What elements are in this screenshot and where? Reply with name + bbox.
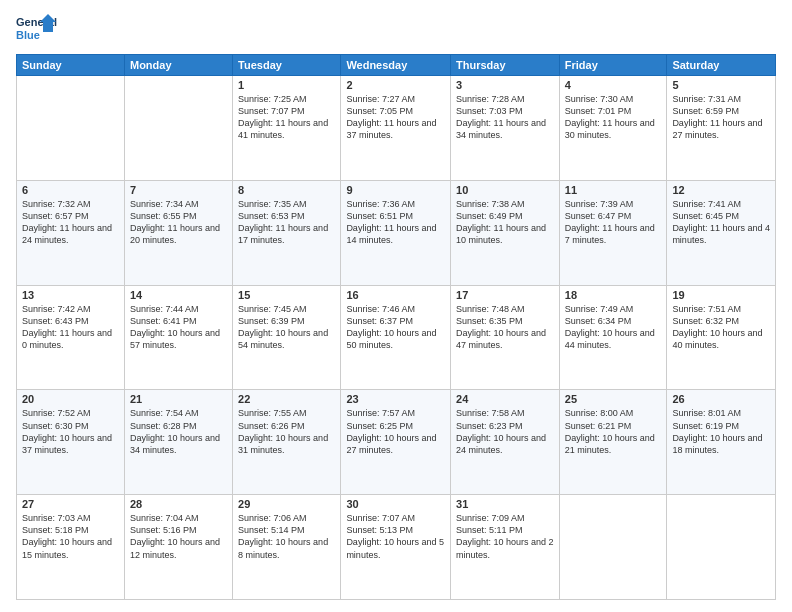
svg-text:Blue: Blue: [16, 29, 40, 41]
calendar-cell: 31Sunrise: 7:09 AM Sunset: 5:11 PM Dayli…: [451, 495, 560, 600]
day-number: 2: [346, 79, 445, 91]
calendar-cell: 5Sunrise: 7:31 AM Sunset: 6:59 PM Daylig…: [667, 76, 776, 181]
cell-content: Sunrise: 7:30 AM Sunset: 7:01 PM Dayligh…: [565, 93, 662, 142]
day-number: 3: [456, 79, 554, 91]
weekday-header: Sunday: [17, 55, 125, 76]
calendar-body: 1Sunrise: 7:25 AM Sunset: 7:07 PM Daylig…: [17, 76, 776, 600]
calendar-cell: 12Sunrise: 7:41 AM Sunset: 6:45 PM Dayli…: [667, 180, 776, 285]
calendar-cell: 28Sunrise: 7:04 AM Sunset: 5:16 PM Dayli…: [124, 495, 232, 600]
page: General Blue SundayMondayTuesdayWednesda…: [0, 0, 792, 612]
logo: General Blue: [16, 12, 58, 48]
cell-content: Sunrise: 7:48 AM Sunset: 6:35 PM Dayligh…: [456, 303, 554, 352]
cell-content: Sunrise: 7:04 AM Sunset: 5:16 PM Dayligh…: [130, 512, 227, 561]
calendar-cell: [559, 495, 667, 600]
cell-content: Sunrise: 7:03 AM Sunset: 5:18 PM Dayligh…: [22, 512, 119, 561]
calendar-cell: [667, 495, 776, 600]
day-number: 21: [130, 393, 227, 405]
day-number: 24: [456, 393, 554, 405]
calendar-week-row: 6Sunrise: 7:32 AM Sunset: 6:57 PM Daylig…: [17, 180, 776, 285]
calendar-cell: 2Sunrise: 7:27 AM Sunset: 7:05 PM Daylig…: [341, 76, 451, 181]
day-number: 6: [22, 184, 119, 196]
calendar-cell: 1Sunrise: 7:25 AM Sunset: 7:07 PM Daylig…: [233, 76, 341, 181]
calendar-cell: 10Sunrise: 7:38 AM Sunset: 6:49 PM Dayli…: [451, 180, 560, 285]
cell-content: Sunrise: 7:46 AM Sunset: 6:37 PM Dayligh…: [346, 303, 445, 352]
cell-content: Sunrise: 7:25 AM Sunset: 7:07 PM Dayligh…: [238, 93, 335, 142]
cell-content: Sunrise: 7:27 AM Sunset: 7:05 PM Dayligh…: [346, 93, 445, 142]
calendar-cell: 14Sunrise: 7:44 AM Sunset: 6:41 PM Dayli…: [124, 285, 232, 390]
calendar-cell: 3Sunrise: 7:28 AM Sunset: 7:03 PM Daylig…: [451, 76, 560, 181]
calendar-header: SundayMondayTuesdayWednesdayThursdayFrid…: [17, 55, 776, 76]
calendar-cell: 26Sunrise: 8:01 AM Sunset: 6:19 PM Dayli…: [667, 390, 776, 495]
calendar-cell: 16Sunrise: 7:46 AM Sunset: 6:37 PM Dayli…: [341, 285, 451, 390]
header: General Blue: [16, 12, 776, 48]
cell-content: Sunrise: 7:06 AM Sunset: 5:14 PM Dayligh…: [238, 512, 335, 561]
calendar-week-row: 20Sunrise: 7:52 AM Sunset: 6:30 PM Dayli…: [17, 390, 776, 495]
calendar-cell: 13Sunrise: 7:42 AM Sunset: 6:43 PM Dayli…: [17, 285, 125, 390]
day-number: 20: [22, 393, 119, 405]
cell-content: Sunrise: 7:07 AM Sunset: 5:13 PM Dayligh…: [346, 512, 445, 561]
day-number: 17: [456, 289, 554, 301]
day-number: 5: [672, 79, 770, 91]
day-number: 28: [130, 498, 227, 510]
weekday-header: Wednesday: [341, 55, 451, 76]
cell-content: Sunrise: 7:31 AM Sunset: 6:59 PM Dayligh…: [672, 93, 770, 142]
weekday-header: Friday: [559, 55, 667, 76]
day-number: 23: [346, 393, 445, 405]
calendar-cell: 23Sunrise: 7:57 AM Sunset: 6:25 PM Dayli…: [341, 390, 451, 495]
cell-content: Sunrise: 7:09 AM Sunset: 5:11 PM Dayligh…: [456, 512, 554, 561]
cell-content: Sunrise: 7:42 AM Sunset: 6:43 PM Dayligh…: [22, 303, 119, 352]
day-number: 1: [238, 79, 335, 91]
day-number: 4: [565, 79, 662, 91]
weekday-header: Saturday: [667, 55, 776, 76]
calendar-cell: 22Sunrise: 7:55 AM Sunset: 6:26 PM Dayli…: [233, 390, 341, 495]
day-number: 11: [565, 184, 662, 196]
calendar-week-row: 13Sunrise: 7:42 AM Sunset: 6:43 PM Dayli…: [17, 285, 776, 390]
cell-content: Sunrise: 8:01 AM Sunset: 6:19 PM Dayligh…: [672, 407, 770, 456]
calendar-cell: 18Sunrise: 7:49 AM Sunset: 6:34 PM Dayli…: [559, 285, 667, 390]
cell-content: Sunrise: 7:35 AM Sunset: 6:53 PM Dayligh…: [238, 198, 335, 247]
calendar-cell: 21Sunrise: 7:54 AM Sunset: 6:28 PM Dayli…: [124, 390, 232, 495]
calendar-cell: 19Sunrise: 7:51 AM Sunset: 6:32 PM Dayli…: [667, 285, 776, 390]
calendar-cell: 24Sunrise: 7:58 AM Sunset: 6:23 PM Dayli…: [451, 390, 560, 495]
day-number: 19: [672, 289, 770, 301]
day-number: 7: [130, 184, 227, 196]
day-number: 9: [346, 184, 445, 196]
day-number: 29: [238, 498, 335, 510]
cell-content: Sunrise: 7:45 AM Sunset: 6:39 PM Dayligh…: [238, 303, 335, 352]
weekday-header: Tuesday: [233, 55, 341, 76]
cell-content: Sunrise: 7:38 AM Sunset: 6:49 PM Dayligh…: [456, 198, 554, 247]
calendar-week-row: 1Sunrise: 7:25 AM Sunset: 7:07 PM Daylig…: [17, 76, 776, 181]
day-number: 8: [238, 184, 335, 196]
calendar-cell: 4Sunrise: 7:30 AM Sunset: 7:01 PM Daylig…: [559, 76, 667, 181]
cell-content: Sunrise: 7:41 AM Sunset: 6:45 PM Dayligh…: [672, 198, 770, 247]
calendar-cell: 15Sunrise: 7:45 AM Sunset: 6:39 PM Dayli…: [233, 285, 341, 390]
calendar-cell: 29Sunrise: 7:06 AM Sunset: 5:14 PM Dayli…: [233, 495, 341, 600]
weekday-header: Monday: [124, 55, 232, 76]
cell-content: Sunrise: 7:54 AM Sunset: 6:28 PM Dayligh…: [130, 407, 227, 456]
day-number: 30: [346, 498, 445, 510]
cell-content: Sunrise: 7:39 AM Sunset: 6:47 PM Dayligh…: [565, 198, 662, 247]
cell-content: Sunrise: 7:52 AM Sunset: 6:30 PM Dayligh…: [22, 407, 119, 456]
calendar-cell: 9Sunrise: 7:36 AM Sunset: 6:51 PM Daylig…: [341, 180, 451, 285]
day-number: 15: [238, 289, 335, 301]
cell-content: Sunrise: 7:57 AM Sunset: 6:25 PM Dayligh…: [346, 407, 445, 456]
cell-content: Sunrise: 7:34 AM Sunset: 6:55 PM Dayligh…: [130, 198, 227, 247]
calendar-week-row: 27Sunrise: 7:03 AM Sunset: 5:18 PM Dayli…: [17, 495, 776, 600]
day-number: 22: [238, 393, 335, 405]
weekday-row: SundayMondayTuesdayWednesdayThursdayFrid…: [17, 55, 776, 76]
cell-content: Sunrise: 7:49 AM Sunset: 6:34 PM Dayligh…: [565, 303, 662, 352]
calendar-cell: 17Sunrise: 7:48 AM Sunset: 6:35 PM Dayli…: [451, 285, 560, 390]
weekday-header: Thursday: [451, 55, 560, 76]
day-number: 31: [456, 498, 554, 510]
calendar-cell: 8Sunrise: 7:35 AM Sunset: 6:53 PM Daylig…: [233, 180, 341, 285]
cell-content: Sunrise: 8:00 AM Sunset: 6:21 PM Dayligh…: [565, 407, 662, 456]
day-number: 12: [672, 184, 770, 196]
cell-content: Sunrise: 7:36 AM Sunset: 6:51 PM Dayligh…: [346, 198, 445, 247]
day-number: 26: [672, 393, 770, 405]
calendar-cell: 27Sunrise: 7:03 AM Sunset: 5:18 PM Dayli…: [17, 495, 125, 600]
calendar-table: SundayMondayTuesdayWednesdayThursdayFrid…: [16, 54, 776, 600]
cell-content: Sunrise: 7:51 AM Sunset: 6:32 PM Dayligh…: [672, 303, 770, 352]
calendar-cell: [124, 76, 232, 181]
cell-content: Sunrise: 7:58 AM Sunset: 6:23 PM Dayligh…: [456, 407, 554, 456]
day-number: 27: [22, 498, 119, 510]
